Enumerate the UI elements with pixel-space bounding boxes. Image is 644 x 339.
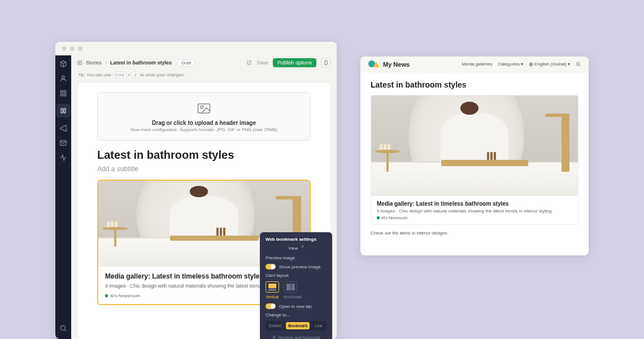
svg-point-9 xyxy=(201,106,203,108)
story-subtitle[interactable]: Add a subtitle xyxy=(97,165,311,173)
panel-title: Web bookmark settings xyxy=(266,237,327,242)
book-icon xyxy=(77,60,82,66)
brand-name: My News xyxy=(383,61,410,68)
chevron-down-icon: ▾ xyxy=(568,62,570,67)
svg-rect-8 xyxy=(198,104,210,113)
svg-rect-2 xyxy=(64,90,66,93)
kbd-z: Z xyxy=(132,72,139,78)
preview-card-desc: 9 images · Chic design with natural mate… xyxy=(377,208,572,214)
view-button[interactable]: View xyxy=(266,245,327,251)
preview-card-source: Al's Newsroom xyxy=(377,216,572,220)
window-chrome xyxy=(55,42,337,55)
upload-title: Drag or click to upload a header image xyxy=(106,120,302,126)
kbd-cmd: Cmd xyxy=(112,72,127,78)
nav-media[interactable]: Media galleries xyxy=(462,62,493,67)
campaign-icon[interactable] xyxy=(59,124,67,132)
preview-card[interactable]: Media gallery: Latest in timeless bathro… xyxy=(371,95,578,225)
svg-rect-3 xyxy=(60,94,63,96)
remove-bookmark[interactable]: Remove web bookmark xyxy=(266,335,327,339)
change-embed[interactable]: Embed xyxy=(267,322,284,329)
story-title[interactable]: Latest in bathroom styles xyxy=(97,149,311,162)
breadcrumb-title[interactable]: Latest in bathroom styles xyxy=(110,60,172,66)
chevron-down-icon: ▾ xyxy=(521,62,523,67)
preview-title: Latest in bathroom styles xyxy=(371,80,578,89)
change-link[interactable]: Link xyxy=(312,322,325,329)
save-button[interactable]: Save xyxy=(256,60,268,66)
user-icon[interactable] xyxy=(59,75,67,82)
search-icon[interactable] xyxy=(59,324,67,332)
toggle-icon[interactable] xyxy=(266,264,276,270)
stories-icon[interactable] xyxy=(56,104,70,118)
layout-vertical[interactable] xyxy=(266,281,279,293)
status-badge: Draft xyxy=(177,59,195,67)
layout-horizontal[interactable] xyxy=(284,281,297,293)
editor-window: Stories › Latest in bathroom styles Draf… xyxy=(55,42,337,339)
newtab-toggle-row[interactable]: Open in new tab xyxy=(266,303,327,309)
svg-rect-7 xyxy=(325,60,327,65)
publish-button[interactable]: Publish options xyxy=(273,58,316,67)
nav-language[interactable]: English (Global) ▾ xyxy=(529,62,570,67)
preview-window: My News Media galleries Categories ▾ Eng… xyxy=(360,56,589,255)
grid-icon[interactable] xyxy=(59,89,67,97)
breadcrumb: Stories › Latest in bathroom styles Draf… xyxy=(77,59,195,67)
upload-image-icon xyxy=(196,101,212,116)
chevron-right-icon: › xyxy=(105,60,107,66)
svg-point-0 xyxy=(62,76,65,79)
breadcrumb-stories[interactable]: Stories xyxy=(86,60,102,66)
nav-categories[interactable]: Categories ▾ xyxy=(498,62,523,67)
change-section-label: Change to... xyxy=(266,312,327,318)
logo-icon[interactable] xyxy=(59,60,67,68)
toggle-icon[interactable] xyxy=(266,303,276,309)
preview-header: My News Media galleries Categories ▾ Eng… xyxy=(360,56,589,72)
upload-subtitle: Now more configurable. Supports formats:… xyxy=(106,127,302,132)
preview-toggle-row[interactable]: Show preview image xyxy=(266,264,327,270)
preview-card-image xyxy=(371,95,578,196)
change-type-group: Embed Bookmark Link xyxy=(266,321,327,331)
nav-rail xyxy=(55,55,71,339)
svg-point-11 xyxy=(577,63,580,66)
svg-point-6 xyxy=(60,325,65,330)
activity-icon[interactable] xyxy=(59,154,67,162)
preview-section-label: Preview image xyxy=(266,255,327,260)
tip-bar: Tip: You can use Cmd + Z to undo your ch… xyxy=(71,70,337,80)
layout-section-label: Card layout xyxy=(266,273,327,278)
svg-rect-4 xyxy=(64,94,66,96)
search-icon[interactable] xyxy=(576,62,581,67)
svg-rect-1 xyxy=(60,90,63,93)
bookmark-settings-panel: Web bookmark settings View Preview image… xyxy=(260,232,332,339)
mail-icon[interactable] xyxy=(59,139,67,147)
preview-text: Check out the latest in interior designs xyxy=(371,231,578,236)
brand-logo-icon xyxy=(368,60,380,68)
globe-icon xyxy=(529,62,533,67)
device-preview-button[interactable] xyxy=(321,58,331,68)
preview-card-title: Media gallery: Latest in timeless bathro… xyxy=(377,201,572,207)
change-bookmark[interactable]: Bookmark xyxy=(286,322,310,329)
external-link-icon[interactable] xyxy=(246,60,252,66)
topbar: Stories › Latest in bathroom styles Draf… xyxy=(71,55,337,70)
header-upload-zone[interactable]: Drag or click to upload a header image N… xyxy=(97,92,311,141)
preview-body: Latest in bathroom styles Media gallery:… xyxy=(360,72,589,244)
